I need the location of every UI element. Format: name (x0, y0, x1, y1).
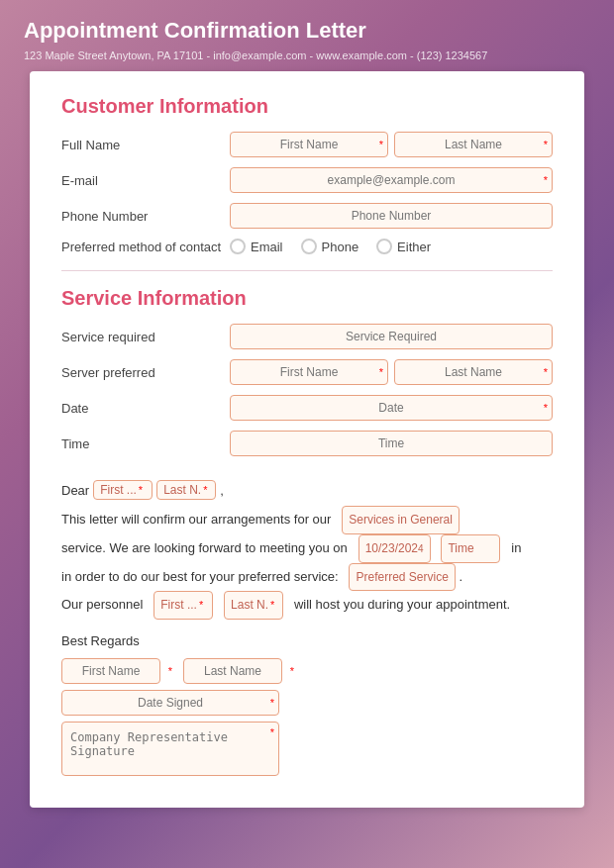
letter-section: Dear First ... * Last N. * , This letter… (61, 480, 553, 776)
dear-last-field[interactable]: Last N. * (156, 480, 216, 500)
sig-first-input[interactable] (61, 658, 160, 684)
sig-date-input[interactable] (61, 690, 279, 716)
server-first-input[interactable] (230, 359, 388, 385)
last-name-input[interactable] (394, 132, 553, 157)
sig-first-req: * (168, 665, 172, 677)
server-preferred-label: Server preferred (61, 365, 230, 380)
first-name-required: * (379, 139, 383, 150)
radio-phone-label: Phone (322, 240, 359, 254)
phone-label: Phone Number (61, 209, 230, 224)
email-required: * (544, 174, 548, 186)
date-input[interactable] (230, 395, 553, 421)
body5: will host you during your appointment. (294, 597, 510, 612)
radio-either[interactable]: Either (376, 239, 431, 254)
main-card: Customer Information Full Name * * E-mai… (30, 71, 584, 808)
contact-method-label: Preferred method of contact (61, 240, 230, 254)
header-title: Appointment Confirmation Letter (24, 18, 590, 44)
service-required-input[interactable] (230, 324, 553, 349)
section-divider-1 (61, 270, 553, 271)
body1: This letter will confirm our arrangement… (61, 512, 331, 527)
time-value-field[interactable]: Time (441, 534, 500, 563)
server-last-required: * (544, 366, 548, 378)
customer-section-title: Customer Information (61, 95, 553, 118)
date-label: Date (61, 401, 230, 416)
email-label: E-mail (61, 173, 230, 188)
service-section-title: Service Information (61, 287, 553, 310)
radio-email[interactable]: Email (230, 239, 283, 254)
phone-row: Phone Number (61, 203, 553, 229)
header-subtitle: 123 Maple Street Anytown, PA 17101 - inf… (24, 49, 590, 61)
letter-body: This letter will confirm our arrangement… (61, 506, 553, 620)
services-field[interactable]: Services in General (342, 506, 460, 534)
date-required: * (544, 402, 548, 414)
radio-email-label: Email (251, 240, 283, 254)
radio-either-circle (376, 239, 392, 254)
body4: Our personnel (61, 597, 143, 612)
time-label: Time (61, 436, 230, 451)
sig-last-req: * (290, 665, 294, 677)
radio-phone[interactable]: Phone (301, 239, 359, 254)
radio-phone-circle (301, 239, 317, 254)
date-row: Date * (61, 395, 553, 421)
radio-either-label: Either (397, 240, 431, 254)
dear-label: Dear (61, 483, 89, 498)
personnel-last-field[interactable]: Last N. * (224, 591, 283, 620)
email-input[interactable] (230, 167, 553, 193)
sig-company-textarea[interactable] (61, 722, 279, 776)
best-regards: Best Regards (61, 633, 553, 648)
personnel-last-req: * (270, 595, 274, 616)
time-row: Time (61, 431, 553, 456)
personnel-first-field[interactable]: First ... * (154, 591, 213, 620)
signature-section: * * * * (61, 658, 299, 776)
last-name-required: * (544, 139, 548, 150)
body-in: in (511, 540, 521, 555)
dear-first-field[interactable]: First ... * (93, 480, 153, 500)
first-name-input[interactable] (230, 132, 388, 157)
personnel-first-req: * (199, 595, 203, 616)
full-name-row: Full Name * * (61, 132, 553, 157)
full-name-label: Full Name (61, 138, 230, 152)
sig-date-req: * (270, 697, 274, 709)
dear-first-req: * (139, 484, 143, 496)
preferred-service-field[interactable]: Preferred Service (349, 563, 455, 592)
service-required-label: Service required (61, 330, 230, 344)
radio-email-circle (230, 239, 246, 254)
sig-name-row: * * (61, 658, 299, 684)
sig-company-req: * (270, 726, 274, 738)
date-value-field[interactable]: 10/23/202 4 (358, 534, 431, 563)
server-first-required: * (379, 366, 383, 378)
body3: in order to do our best for your preferr… (61, 569, 339, 584)
server-last-input[interactable] (394, 359, 553, 385)
phone-input[interactable] (230, 203, 553, 229)
contact-method-row: Preferred method of contact Email Phone … (61, 239, 553, 254)
service-required-row: Service required (61, 324, 553, 349)
dear-last-req: * (203, 484, 207, 496)
contact-method-radio-group: Email Phone Either (230, 239, 431, 254)
sig-last-input[interactable] (183, 658, 282, 684)
body2: service. We are looking forward to meeti… (61, 540, 348, 555)
email-row: E-mail * (61, 167, 553, 193)
header: Appointment Confirmation Letter 123 Mapl… (0, 0, 614, 71)
dear-line: Dear First ... * Last N. * , (61, 480, 553, 500)
server-preferred-row: Server preferred * * (61, 359, 553, 385)
time-input[interactable] (230, 431, 553, 456)
